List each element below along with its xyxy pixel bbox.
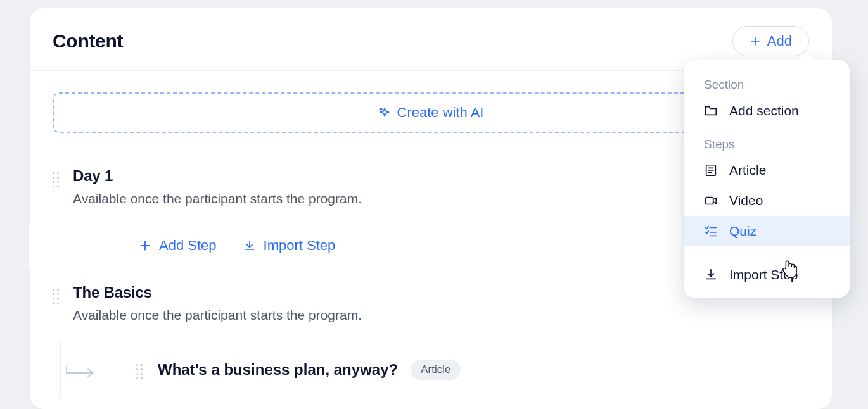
sparkle-icon	[378, 106, 391, 119]
step-row[interactable]: What's a business plan, anyway? Article	[30, 341, 832, 398]
quiz-icon	[704, 224, 718, 238]
dropdown-item-label: Video	[729, 193, 763, 208]
dropdown-item-label: Quiz	[729, 223, 756, 239]
folder-icon	[704, 104, 718, 118]
dropdown-item-import-step[interactable]: Import Step	[684, 260, 850, 290]
dropdown-divider	[698, 253, 836, 253]
download-icon	[704, 268, 718, 282]
dropdown-item-label: Article	[729, 163, 766, 178]
dropdown-item-add-section[interactable]: Add section	[684, 96, 850, 126]
create-with-ai-label: Create with AI	[397, 104, 484, 121]
article-icon	[704, 163, 718, 177]
svg-rect-8	[706, 198, 713, 204]
section-subtitle: Available once the participant starts th…	[73, 308, 362, 323]
add-dropdown: Section Add section Steps Article Video	[684, 60, 850, 298]
page-title: Content	[53, 30, 123, 52]
row-outcrop	[29, 223, 87, 268]
dropdown-group-section: Section	[684, 73, 850, 96]
import-step-label: Import Step	[264, 237, 336, 254]
plus-icon	[139, 239, 151, 252]
download-icon	[243, 239, 256, 252]
add-step-label: Add Step	[159, 237, 217, 254]
tree-line	[60, 341, 61, 398]
dropdown-item-quiz[interactable]: Quiz	[684, 216, 850, 246]
dropdown-item-article[interactable]: Article	[684, 155, 850, 186]
section-title: The Basics	[73, 284, 362, 301]
add-button-label: Add	[767, 33, 792, 49]
plus-icon	[750, 35, 761, 47]
add-button[interactable]: Add	[732, 26, 809, 56]
section-subtitle: Available once the participant starts th…	[73, 191, 362, 206]
drag-handle-icon[interactable]	[53, 167, 61, 188]
dropdown-item-label: Add section	[729, 103, 799, 118]
drag-handle-icon[interactable]	[53, 284, 61, 305]
step-type-badge: Article	[411, 360, 461, 380]
drag-handle-icon[interactable]	[136, 359, 145, 380]
add-step-button[interactable]: Add Step	[139, 237, 217, 254]
dropdown-group-steps: Steps	[684, 126, 850, 155]
video-icon	[704, 194, 718, 208]
step-title: What's a business plan, anyway?	[158, 361, 398, 379]
tree-arrow-icon	[65, 365, 97, 381]
dropdown-item-label: Import Step	[729, 267, 798, 282]
section-title: Day 1	[73, 167, 362, 185]
dropdown-item-video[interactable]: Video	[684, 186, 850, 216]
import-step-button[interactable]: Import Step	[243, 237, 336, 254]
